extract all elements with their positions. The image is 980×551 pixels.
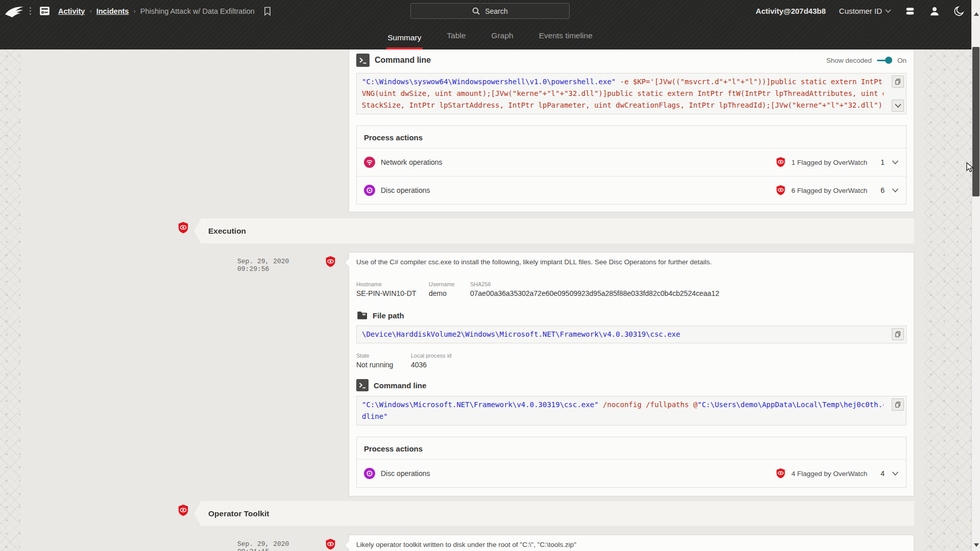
flagged-count: 1 (880, 158, 885, 166)
flagged-by-overwatch-label: 4 Flagged by OverWatch (791, 470, 867, 478)
breadcrumb-incidents-link[interactable]: Incidents (96, 7, 129, 15)
overwatch-badge-icon (775, 468, 786, 479)
activity-id-label: Activity@207d43b8 (756, 7, 826, 15)
tab-events-timeline[interactable]: Events timeline (538, 31, 594, 49)
username-label: Username (429, 281, 470, 287)
sha256-label: SHA256 (470, 281, 719, 287)
disc-operations-icon (364, 185, 375, 196)
username-value: demo (429, 289, 470, 297)
command-line-card: Command line Show decoded On "C:\Windows… (349, 30, 914, 212)
search-icon (472, 7, 480, 15)
view-tab-bar: Summary Table Graph Events timeline (0, 22, 980, 49)
top-navigation-bar: Activity › Incidents › Phishing Attack w… (0, 0, 980, 49)
section-title: Operator Toolkit (208, 509, 269, 518)
chevron-down-icon[interactable] (892, 188, 899, 193)
app-menu-kebab-icon[interactable] (28, 5, 33, 17)
overwatch-badge-icon (775, 185, 786, 196)
csc-command-codeblock[interactable]: "C:\Windows\Microsoft.NET\Framework\v4.0… (356, 396, 906, 425)
chevron-down-icon[interactable] (892, 160, 899, 165)
disc-operations-row[interactable]: Disc operations 6 Flagged by OverWatch 6 (357, 176, 906, 204)
event-timestamp: Sep. 29, 2020 09:31:15 (237, 540, 319, 551)
powershell-command-codeblock[interactable]: "C:\Windows\syswow64\Windowspowershell\v… (356, 73, 906, 114)
process-actions-title: Process actions (357, 437, 906, 459)
terminal-icon (356, 54, 370, 67)
state-value: Not running (356, 361, 411, 369)
scroll-up-arrow[interactable] (974, 12, 979, 16)
terminal-icon (356, 379, 369, 391)
chevron-down-icon[interactable] (892, 471, 899, 476)
command-line-title: Command line (375, 56, 431, 65)
overwatch-badge-icon (325, 256, 336, 268)
flagged-count: 6 (880, 186, 885, 194)
left-decorative-pattern (0, 49, 20, 551)
customer-id-dropdown[interactable]: Customer ID (839, 7, 891, 15)
breadcrumb-separator-icon: › (89, 7, 91, 15)
sha256-value: 07ae00a36a35302a72e60e09509923d95a285f88… (470, 289, 719, 297)
flagged-by-overwatch-label: 1 Flagged by OverWatch (791, 159, 867, 166)
overwatch-badge-icon (177, 221, 189, 234)
tab-graph[interactable]: Graph (491, 31, 514, 49)
right-decorative-pattern (924, 49, 971, 551)
expand-chevron-button[interactable] (892, 99, 904, 112)
folder-icon (356, 310, 368, 321)
event-description: Use of the C# compiler csc.exe to instal… (356, 258, 906, 266)
command-line-title: Command line (374, 381, 426, 390)
process-actions-title: Process actions (357, 126, 906, 148)
overwatch-badge-icon (775, 157, 786, 168)
breadcrumb-activity-link[interactable]: Activity (58, 7, 85, 15)
section-header-execution: Execution (194, 218, 914, 243)
local-process-id-label: Local process id (411, 353, 452, 359)
incidents-module-icon[interactable] (38, 5, 51, 17)
disc-operations-icon (364, 468, 375, 479)
copy-button[interactable] (892, 398, 904, 411)
bookmark-icon[interactable] (263, 7, 272, 16)
notifications-icon[interactable] (904, 6, 916, 17)
global-search-input[interactable]: Search (410, 3, 570, 19)
flagged-count: 4 (880, 469, 885, 478)
flagged-by-overwatch-label: 6 Flagged by OverWatch (791, 187, 867, 194)
command-line-text: "C:\Windows\syswow64\Windowspowershell\v… (362, 76, 884, 111)
breadcrumb-current-page: Phishing Attack w/ Data Exfiltration (140, 7, 255, 15)
show-decoded-state: On (897, 57, 906, 64)
search-placeholder: Search (485, 7, 507, 15)
chevron-down-icon (885, 9, 891, 13)
scroll-down-arrow[interactable] (974, 543, 979, 547)
file-path-codeblock[interactable]: \Device\HarddiskVolume2\Windows\Microsof… (356, 325, 906, 343)
copy-button[interactable] (892, 328, 904, 340)
section-title: Execution (208, 227, 246, 236)
process-action-label: Network operations (381, 158, 443, 166)
chevron-down-icon (895, 104, 901, 108)
command-line-text: "C:\Windows\Microsoft.NET\Framework\v4.0… (362, 399, 884, 422)
process-actions-panel: Process actions Disc operations 4 Flagge… (356, 437, 906, 488)
hostname-value: SE-PIN-WIN10-DT (356, 289, 429, 297)
user-profile-icon[interactable] (929, 6, 940, 17)
hostname-label: Hostname (356, 281, 429, 287)
dark-mode-moon-icon[interactable] (953, 6, 965, 17)
crowdstrike-falcon-logo-icon (4, 3, 27, 19)
disc-operations-row[interactable]: Disc operations 4 Flagged by OverWatch 4 (357, 459, 906, 487)
show-decoded-label: Show decoded (826, 57, 872, 64)
file-path-title: File path (373, 311, 404, 320)
toolkit-event-card: Likely operator toolkit written to disk … (349, 535, 914, 551)
section-header-operator-toolkit: Operator Toolkit (194, 501, 914, 526)
process-actions-panel: Process actions Network operations 1 Fla… (356, 126, 906, 205)
local-process-id-value: 4036 (411, 361, 452, 369)
tab-table[interactable]: Table (446, 31, 467, 49)
event-description: Likely operator toolkit written to disk … (356, 541, 906, 548)
network-operations-row[interactable]: Network operations 1 Flagged by OverWatc… (357, 148, 906, 176)
network-operations-icon (364, 157, 375, 168)
event-timestamp: Sep. 29, 2020 09:29:56 (237, 258, 319, 273)
file-path-text: \Device\HarddiskVolume2\Windows\Microsof… (362, 329, 884, 340)
process-action-label: Disc operations (381, 186, 430, 194)
copy-button[interactable] (892, 76, 904, 88)
breadcrumb: Activity › Incidents › Phishing Attack w… (58, 7, 272, 16)
show-decoded-toggle[interactable] (877, 57, 892, 64)
execution-event-card: Use of the C# compiler csc.exe to instal… (349, 252, 914, 496)
process-action-label: Disc operations (381, 469, 430, 478)
vertical-scrollbar[interactable] (971, 0, 980, 551)
state-label: State (356, 353, 411, 359)
breadcrumb-separator-icon: › (133, 7, 135, 15)
scrollbar-thumb[interactable] (972, 47, 979, 196)
tab-summary[interactable]: Summary (386, 33, 422, 49)
overwatch-badge-icon (325, 538, 336, 550)
